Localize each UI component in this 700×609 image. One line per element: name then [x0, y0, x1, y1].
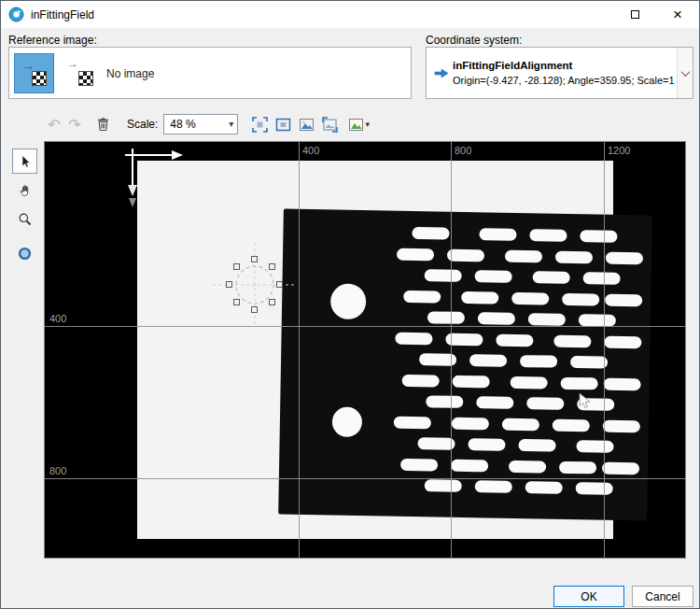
marker-handle[interactable]: [269, 299, 275, 305]
ok-button-label: OK: [581, 590, 596, 603]
reference-image-label: Reference image:: [8, 34, 97, 47]
stencil-slot: [447, 248, 484, 262]
maximize-button[interactable]: [613, 1, 656, 28]
stencil-slot: [469, 354, 507, 367]
ruler-label-left: 800: [49, 465, 66, 476]
zoom-fit-icon: [252, 117, 268, 133]
gridline-horizontal: [45, 478, 685, 479]
marker-handle[interactable]: [251, 256, 258, 262]
stencil-slot: [400, 458, 438, 471]
marker-crosshair-icon: [208, 238, 301, 332]
stencil-slot: [518, 439, 555, 452]
stencil-slot: [394, 416, 431, 429]
alignment-arrow-icon: [434, 66, 449, 80]
arrow-icon: →: [67, 57, 78, 70]
stencil-slot: [553, 418, 590, 432]
chevron-down-icon: ▾: [366, 120, 371, 129]
view-options-dropdown[interactable]: ▾: [343, 114, 374, 135]
image-canvas[interactable]: 400 800 1200 400 800: [44, 141, 686, 559]
ruler-label-left: 400: [49, 313, 66, 324]
stencil-slot: [604, 335, 641, 348]
scale-combobox[interactable]: 48 % ▾: [163, 114, 238, 135]
stencil-slot: [602, 461, 639, 474]
zoom-fit-button[interactable]: [249, 114, 271, 135]
reference-image-icon: →: [68, 61, 93, 86]
coordinate-system-combobox[interactable]: inFittingFieldAlignment Origin=(-9.427, …: [426, 47, 693, 99]
window-title: inFittingField: [31, 8, 94, 21]
stencil-slot: [475, 270, 512, 283]
stencil-slot: [402, 374, 440, 387]
app-icon: [8, 7, 24, 22]
marker-handle[interactable]: [251, 306, 258, 313]
maximize-icon: [631, 10, 639, 19]
undo-button[interactable]: ↶: [44, 116, 64, 134]
stencil-slot: [505, 249, 542, 262]
tool-palette: [12, 149, 37, 270]
zoom-original-button[interactable]: [296, 114, 317, 135]
stencil-slot: [475, 480, 512, 493]
stencil-slot: [526, 397, 564, 410]
fitting-field-marker[interactable]: [208, 238, 301, 332]
stencil-slot: [576, 482, 613, 495]
stencil-slot: [525, 481, 563, 494]
zoom-buttons: ▾: [249, 114, 374, 135]
pan-tool-button[interactable]: [12, 177, 37, 203]
reference-image-icon: →: [21, 61, 47, 86]
close-icon: ×: [673, 7, 682, 22]
no-image-label: No image: [106, 48, 154, 100]
ruler-label-top: 800: [455, 145, 471, 156]
circle-region-tool-button[interactable]: [12, 241, 37, 266]
ok-button[interactable]: OK: [553, 586, 624, 607]
stencil-slot: [478, 312, 515, 325]
checker-image-icon: [78, 71, 93, 86]
gridline-vertical: [451, 142, 452, 558]
stencil-slot: [395, 332, 432, 345]
stencil-slot: [533, 271, 570, 284]
coordinate-system-name: inFittingFieldAlignment: [453, 60, 572, 71]
close-button[interactable]: ×: [656, 1, 699, 28]
stencil-slot: [528, 313, 566, 326]
stencil-hole: [330, 283, 367, 319]
stencil-slot: [576, 440, 613, 453]
stencil-slot: [555, 250, 593, 263]
stencil-slot: [496, 333, 533, 347]
stencil-slot: [559, 460, 596, 474]
reference-thumbnail-2[interactable]: →: [62, 54, 100, 92]
chevron-down-icon: ▾: [229, 119, 233, 129]
reference-thumbnail-selected[interactable]: →: [15, 54, 53, 92]
stencil-slot: [529, 229, 567, 242]
select-tool-button[interactable]: [12, 149, 37, 174]
stencil-slot: [520, 355, 557, 368]
stencil-hole: [332, 407, 363, 438]
marker-handle[interactable]: [233, 263, 240, 270]
stencil-slot: [562, 292, 599, 305]
marker-handle[interactable]: [226, 281, 232, 288]
cancel-button[interactable]: Cancel: [632, 586, 693, 607]
stencil-slot: [583, 272, 621, 285]
coordinate-axes-icon: [119, 142, 194, 209]
coordinate-dropdown-button[interactable]: [677, 48, 693, 98]
cancel-button-label: Cancel: [645, 590, 679, 603]
stencil-slot: [580, 230, 617, 243]
zoom-window-icon: [275, 117, 291, 133]
stencil-slot: [425, 479, 462, 492]
gridline-vertical: [299, 142, 300, 558]
stencil-slot: [412, 226, 449, 239]
marker-handle[interactable]: [233, 299, 240, 305]
title-bar: inFittingField ×: [1, 1, 699, 28]
stencil-plate: [278, 209, 652, 521]
marker-handle[interactable]: [269, 263, 275, 270]
zoom-selection-button[interactable]: [319, 114, 341, 135]
zoom-tool-button[interactable]: [12, 206, 37, 232]
coordinate-system-details: Origin=(-9.427, -28.128); Angle=359.95; …: [453, 75, 675, 86]
delete-button[interactable]: [92, 114, 114, 135]
stencil-slot: [606, 251, 643, 264]
stencil-slot: [451, 459, 488, 472]
marker-handle[interactable]: [276, 281, 283, 288]
zoom-window-button[interactable]: [273, 114, 294, 135]
stencil-slot: [468, 438, 505, 451]
stencil-slot: [452, 417, 489, 430]
stencil-slot: [479, 228, 516, 241]
coordinate-system-label: Coordinate system:: [426, 34, 522, 47]
redo-button[interactable]: ↷: [64, 116, 85, 134]
